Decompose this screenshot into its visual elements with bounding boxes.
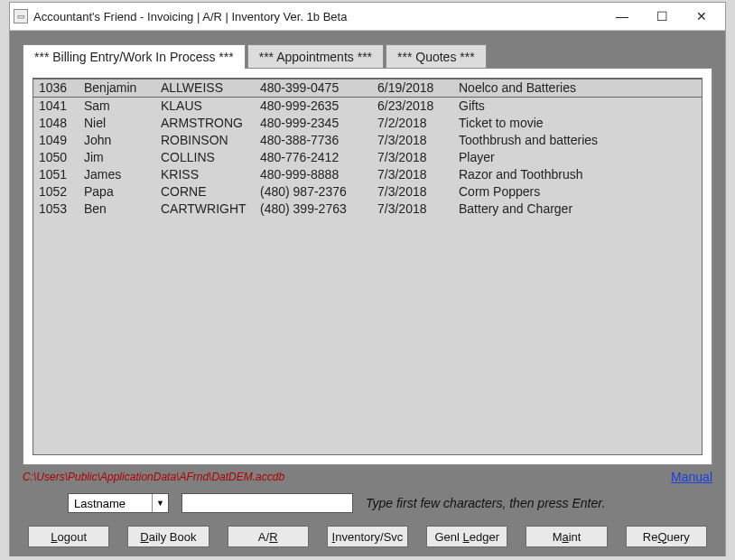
cell-id: 1049 [39,132,84,149]
search-input[interactable] [181,493,353,513]
cell-desc: Corm Poppers [459,183,696,201]
table-row[interactable]: 1036BenjaminALLWEISS480-399-04756/19/201… [33,79,702,98]
cell-desc: Battery and Charger [459,201,696,218]
maint-button[interactable]: Maint [526,526,607,547]
cell-phone: 480-999-8888 [260,166,377,183]
cell-id: 1052 [39,183,84,201]
cell-last: ARMSTRONG [161,115,260,132]
cell-date: 7/2/2018 [377,115,459,132]
close-button[interactable]: ✕ [682,3,721,30]
grid-body[interactable]: 1036BenjaminALLWEISS480-399-04756/19/201… [33,79,702,454]
table-row[interactable]: 1050JimCOLLINS480-776-24127/3/2018Player [33,149,702,166]
cell-first: Niel [84,115,161,132]
cell-id: 1051 [39,166,84,183]
search-hint: Type first few characters, then press En… [366,496,605,510]
cell-id: 1050 [39,149,84,166]
cell-date: 6/23/2018 [377,98,459,115]
status-line: C:\Users\Public\ApplicationData\AFrnd\Da… [23,470,712,484]
minimize-button[interactable]: — [602,3,642,30]
cell-id: 1041 [39,98,84,115]
tab-quotes[interactable]: *** Quotes *** [386,44,487,69]
cell-phone: 480-388-7736 [260,132,377,149]
tab-billing[interactable]: *** Billing Entry/Work In Process *** [23,44,246,69]
cell-desc: Toothbrush and batteries [459,132,696,149]
cell-phone: (480) 399-2763 [260,201,377,218]
cell-desc: Gifts [459,98,696,115]
cell-id: 1053 [39,201,84,218]
table-row[interactable]: 1041SamKLAUS480-999-26356/23/2018Gifts [33,98,702,115]
requery-button[interactable]: ReQuery [626,526,707,547]
logout-button[interactable]: Logout [28,526,109,547]
search-row: Lastname ▼ Type first few characters, th… [23,493,712,513]
cell-phone: 480-999-2635 [260,98,377,115]
cell-last: ALLWEISS [161,79,260,97]
cell-first: Ben [84,201,161,218]
button-row: Logout Daily Book A/R Inventory/Svc Genl… [23,526,712,547]
cell-desc: Noelco and Batteries [459,79,696,97]
db-path: C:\Users\Public\ApplicationData\AFrnd\Da… [23,471,284,483]
search-field-value: Lastname [69,497,152,510]
table-row[interactable]: 1052PapaCORNE(480) 987-23767/3/2018Corm … [33,183,702,201]
cell-id: 1036 [39,79,84,97]
cell-last: CORNE [161,183,260,201]
table-row[interactable]: 1048NielARMSTRONG480-999-23457/2/2018Tic… [33,115,702,132]
cell-date: 7/3/2018 [377,132,459,149]
cell-first: Jim [84,149,161,166]
cell-phone: 480-776-2412 [260,149,377,166]
tabs: *** Billing Entry/Work In Process *** **… [23,43,712,68]
cell-date: 7/3/2018 [377,149,459,166]
cell-last: KLAUS [161,98,260,115]
cell-first: John [84,132,161,149]
cell-first: Benjamin [84,79,161,97]
cell-last: ROBINSON [161,132,260,149]
cell-date: 7/3/2018 [377,166,459,183]
cell-date: 7/3/2018 [377,183,459,201]
cell-first: Sam [84,98,161,115]
cell-last: COLLINS [161,149,260,166]
form-icon: ▭ [14,9,28,23]
cell-date: 7/3/2018 [377,201,459,218]
app-window: ▭ Accountant's Friend - Invoicing | A/R … [9,2,726,556]
tab-panel: 1036BenjaminALLWEISS480-399-04756/19/201… [23,68,712,465]
cell-id: 1048 [39,115,84,132]
cell-last: CARTWRIGHT [161,201,260,218]
data-grid[interactable]: 1036BenjaminALLWEISS480-399-04756/19/201… [33,78,702,455]
table-row[interactable]: 1053BenCARTWRIGHT(480) 399-27637/3/2018B… [33,201,702,218]
cell-desc: Player [459,149,696,166]
search-field-combo[interactable]: Lastname ▼ [68,493,169,513]
window-title: Accountant's Friend - Invoicing | A/R | … [33,10,602,23]
genl-ledger-button[interactable]: Genl Ledger [426,526,507,547]
cell-desc: Ticket to movie [459,115,696,132]
table-row[interactable]: 1049JohnROBINSON480-388-77367/3/2018Toot… [33,132,702,149]
daily-book-button[interactable]: Daily Book [127,526,209,547]
cell-phone: 480-399-0475 [260,79,377,97]
cell-first: Papa [84,183,161,201]
maximize-button[interactable]: ☐ [642,3,682,30]
client-area: *** Billing Entry/Work In Process *** **… [10,31,725,556]
ar-button[interactable]: A/R [228,526,309,547]
cell-phone: (480) 987-2376 [260,183,377,201]
manual-link[interactable]: Manual [671,470,712,484]
cell-desc: Razor and Toothbrush [459,166,696,183]
titlebar: ▭ Accountant's Friend - Invoicing | A/R … [10,3,725,31]
cell-first: James [84,166,161,183]
inventory-button[interactable]: Inventory/Svc [327,526,408,547]
cell-phone: 480-999-2345 [260,115,377,132]
cell-last: KRISS [161,166,260,183]
table-row[interactable]: 1051JamesKRISS480-999-88887/3/2018Razor … [33,166,702,183]
chevron-down-icon[interactable]: ▼ [152,494,168,512]
cell-date: 6/19/2018 [377,79,459,97]
tab-appointments[interactable]: *** Appointments *** [247,44,384,69]
